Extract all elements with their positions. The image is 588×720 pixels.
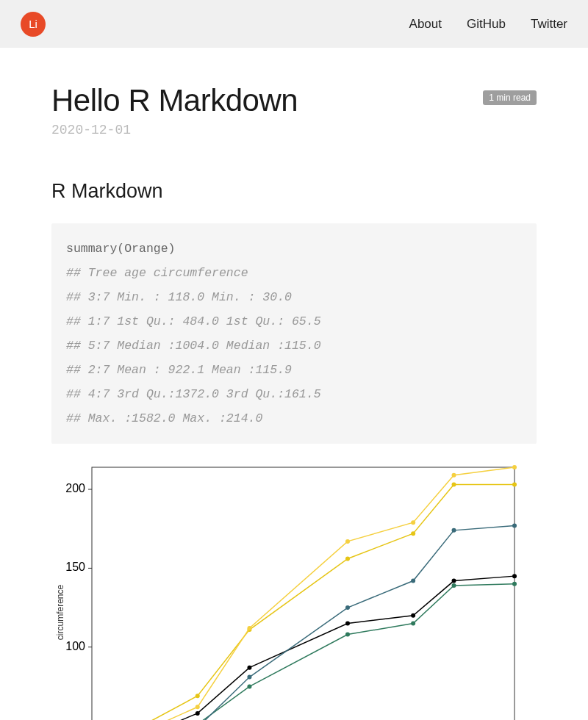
code-output-line: ## 3:7 Min. : 118.0 Min. : 30.0 <box>66 285 522 309</box>
data-point <box>452 579 456 583</box>
data-point <box>196 711 200 716</box>
data-point <box>512 483 517 487</box>
code-output-line: ## 5:7 Median :1004.0 Median :115.0 <box>66 334 522 358</box>
data-point <box>411 622 415 626</box>
data-point <box>512 582 517 586</box>
code-output-line: ## 2:7 Mean : 922.1 Mean :115.9 <box>66 358 522 382</box>
series-line <box>92 584 514 720</box>
data-point <box>345 605 350 610</box>
read-time-badge: 1 min read <box>483 90 537 105</box>
data-point <box>452 528 456 533</box>
data-point <box>345 622 350 626</box>
series-line <box>92 467 514 720</box>
header: Li About GitHub Twitter <box>0 0 588 48</box>
section-heading: R Markdown <box>51 180 537 203</box>
code-output-line: ## 1:7 1st Qu.: 484.0 1st Qu.: 65.5 <box>66 309 522 334</box>
svg-rect-0 <box>92 467 514 720</box>
post-date: 2020-12-01 <box>51 123 537 137</box>
nav-github[interactable]: GitHub <box>467 17 506 32</box>
data-point <box>247 666 251 670</box>
y-axis-label: circumference <box>55 584 65 640</box>
nav-about[interactable]: About <box>409 17 442 32</box>
code-block: summary(Orange) ## Tree age circumferenc… <box>51 223 537 444</box>
data-point <box>411 520 415 525</box>
ytick-label: 150 <box>65 561 85 573</box>
chart-svg: 50100150200circumference <box>51 461 537 720</box>
ytick-label: 100 <box>65 640 85 652</box>
code-command: summary(Orange) <box>66 237 522 261</box>
data-point <box>247 675 251 680</box>
chart: 50100150200circumference <box>51 461 537 720</box>
code-output-line: ## Tree age circumference <box>66 261 522 285</box>
data-point <box>247 626 251 630</box>
content: Hello R Markdown 1 min read 2020-12-01 R… <box>0 48 588 720</box>
page-title: Hello R Markdown <box>51 83 298 118</box>
nav: About GitHub Twitter <box>409 17 567 32</box>
data-point <box>411 579 415 583</box>
data-point <box>345 539 350 544</box>
data-point <box>196 694 200 698</box>
title-row: Hello R Markdown 1 min read <box>51 83 537 118</box>
series-line <box>92 525 514 720</box>
code-output-line: ## 4:7 3rd Qu.:1372.0 3rd Qu.:161.5 <box>66 382 522 406</box>
data-point <box>345 557 350 561</box>
series-line <box>92 485 514 720</box>
series-line <box>92 576 514 720</box>
data-point <box>196 705 200 709</box>
avatar-initials: Li <box>29 18 37 30</box>
data-point <box>411 613 415 618</box>
data-point <box>247 684 251 688</box>
nav-twitter[interactable]: Twitter <box>531 17 567 32</box>
data-point <box>512 523 517 528</box>
data-point <box>452 583 456 588</box>
avatar[interactable]: Li <box>21 12 46 37</box>
data-point <box>512 574 517 578</box>
data-point <box>452 473 456 478</box>
data-point <box>345 633 350 637</box>
code-output-line: ## Max. :1582.0 Max. :214.0 <box>66 406 522 431</box>
data-point <box>411 531 415 536</box>
data-point <box>452 483 456 487</box>
ytick-label: 200 <box>65 482 85 494</box>
data-point <box>512 465 517 469</box>
